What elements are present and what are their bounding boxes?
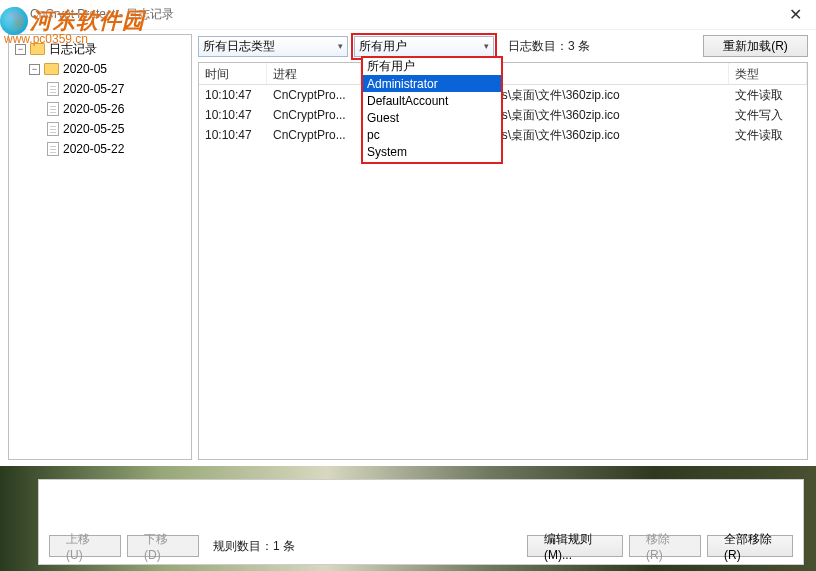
tree-day[interactable]: 2020-05-27 bbox=[11, 79, 189, 99]
cell-process: CnCryptPro... bbox=[267, 128, 361, 142]
rules-panel: 上移(U) 下移(D) 规则数目：1 条 编辑规则(M)... 移除(R) 全部… bbox=[38, 479, 804, 565]
remove-rule-button[interactable]: 移除(R) bbox=[629, 535, 701, 557]
titlebar: ◐ CnCrypt Protect - 日志记录 ✕ bbox=[0, 0, 816, 30]
rule-count: 规则数目：1 条 bbox=[213, 538, 295, 555]
file-icon bbox=[47, 142, 59, 156]
log-grid[interactable]: 时间 进程 用户 目标 类型 10:10:47CnCryptPro...pcD:… bbox=[198, 62, 808, 460]
dropdown-option[interactable]: Administrator bbox=[363, 75, 501, 92]
dropdown-option[interactable]: Guest bbox=[363, 109, 501, 126]
close-button[interactable]: ✕ bbox=[783, 5, 808, 24]
log-count: 日志数目：3 条 bbox=[508, 38, 590, 55]
grid-header: 时间 进程 用户 目标 类型 bbox=[199, 63, 807, 85]
cell-type: 文件读取 bbox=[729, 87, 807, 104]
tree-day[interactable]: 2020-05-22 bbox=[11, 139, 189, 159]
col-type[interactable]: 类型 bbox=[729, 63, 807, 84]
cell-type: 文件写入 bbox=[729, 107, 807, 124]
col-time[interactable]: 时间 bbox=[199, 63, 267, 84]
table-row[interactable]: 10:10:47CnCryptPro...pcD:\tools\桌面\文件\36… bbox=[199, 125, 807, 145]
cell-process: CnCryptPro... bbox=[267, 88, 361, 102]
folder-icon bbox=[44, 63, 59, 75]
toolbar: 所有日志类型 ▾ 所有用户 ▾ 日志数目：3 条 重新加载(R) bbox=[198, 34, 808, 58]
user-combo-value: 所有用户 bbox=[359, 38, 407, 55]
chevron-down-icon: ▾ bbox=[338, 41, 343, 51]
move-down-button[interactable]: 下移(D) bbox=[127, 535, 199, 557]
collapse-icon[interactable]: − bbox=[29, 64, 40, 75]
dropdown-option[interactable]: 所有用户 bbox=[363, 58, 501, 75]
cell-time: 10:10:47 bbox=[199, 128, 267, 142]
tree-day[interactable]: 2020-05-25 bbox=[11, 119, 189, 139]
tree-month[interactable]: − 2020-05 bbox=[11, 59, 189, 79]
file-icon bbox=[47, 122, 59, 136]
cell-type: 文件读取 bbox=[729, 127, 807, 144]
user-dropdown-list[interactable]: 所有用户AdministratorDefaultAccountGuestpcSy… bbox=[361, 56, 503, 164]
log-type-value: 所有日志类型 bbox=[203, 38, 275, 55]
file-icon bbox=[47, 82, 59, 96]
table-row[interactable]: 10:10:47CnCryptPro...pcD:\tools\桌面\文件\36… bbox=[199, 105, 807, 125]
tree-root[interactable]: − 日志记录 bbox=[11, 39, 189, 59]
tree-day-label: 2020-05-26 bbox=[63, 102, 124, 116]
cell-time: 10:10:47 bbox=[199, 88, 267, 102]
cell-time: 10:10:47 bbox=[199, 108, 267, 122]
col-process[interactable]: 进程 bbox=[267, 63, 361, 84]
user-combo[interactable]: 所有用户 ▾ bbox=[354, 36, 494, 57]
tree-day-label: 2020-05-27 bbox=[63, 82, 124, 96]
tree-root-label: 日志记录 bbox=[49, 41, 97, 58]
table-row[interactable]: 10:10:47CnCryptPro...pcD:\tools\桌面\文件\36… bbox=[199, 85, 807, 105]
sidebar-tree[interactable]: − 日志记录 − 2020-05 2020-05-272020-05-26202… bbox=[8, 34, 192, 460]
chevron-down-icon: ▾ bbox=[484, 41, 489, 51]
window-title: CnCrypt Protect - 日志记录 bbox=[30, 6, 783, 23]
dropdown-option[interactable]: System bbox=[363, 143, 501, 160]
cell-process: CnCryptPro... bbox=[267, 108, 361, 122]
file-icon bbox=[47, 102, 59, 116]
dropdown-option[interactable]: DefaultAccount bbox=[363, 92, 501, 109]
log-type-combo[interactable]: 所有日志类型 ▾ bbox=[198, 36, 348, 57]
reload-button[interactable]: 重新加载(R) bbox=[703, 35, 808, 57]
tree-month-label: 2020-05 bbox=[63, 62, 107, 76]
move-up-button[interactable]: 上移(U) bbox=[49, 535, 121, 557]
edit-rule-button[interactable]: 编辑规则(M)... bbox=[527, 535, 623, 557]
dropdown-option[interactable]: pc bbox=[363, 126, 501, 143]
app-icon: ◐ bbox=[8, 7, 24, 23]
tree-day-label: 2020-05-22 bbox=[63, 142, 124, 156]
remove-all-button[interactable]: 全部移除(R) bbox=[707, 535, 793, 557]
tree-day[interactable]: 2020-05-26 bbox=[11, 99, 189, 119]
folder-icon bbox=[30, 43, 45, 55]
collapse-icon[interactable]: − bbox=[15, 44, 26, 55]
tree-day-label: 2020-05-25 bbox=[63, 122, 124, 136]
